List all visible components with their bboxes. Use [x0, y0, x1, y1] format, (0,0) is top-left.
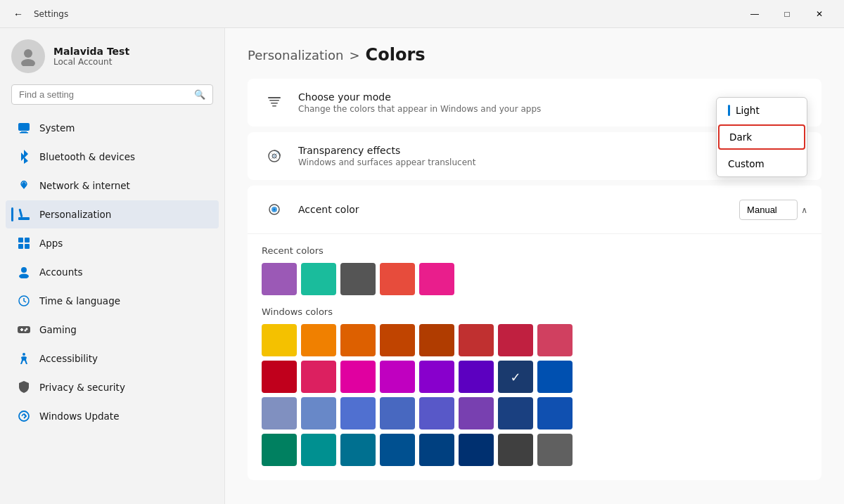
sidebar-item-bluetooth[interactable]: Bluetooth & devices [6, 143, 219, 171]
windows-color-swatch[interactable] [340, 324, 376, 356]
maximize-button[interactable]: □ [771, 3, 803, 25]
light-indicator [728, 105, 730, 116]
windows-color-swatch[interactable] [498, 434, 533, 466]
sidebar-item-privacy[interactable]: Privacy & security [6, 373, 219, 401]
mode-option-custom[interactable]: Custom [717, 151, 807, 176]
sidebar-item-windowsupdate[interactable]: Windows Update [6, 402, 219, 430]
windows-color-swatch[interactable] [498, 361, 533, 393]
recent-color-swatch[interactable] [262, 263, 297, 295]
windows-colors-grid [262, 324, 807, 466]
minimize-button[interactable]: — [738, 3, 771, 25]
sidebar-item-accounts[interactable]: Accounts [6, 258, 219, 286]
sidebar-item-bluetooth-label: Bluetooth & devices [39, 151, 135, 162]
svg-rect-21 [268, 97, 281, 98]
windows-color-swatch[interactable] [459, 434, 494, 466]
sidebar-item-personalization-label: Personalization [39, 209, 111, 220]
sidebar-item-gaming[interactable]: Gaming [6, 316, 219, 344]
mode-dropdown-popup: Light Dark Custom [716, 97, 807, 177]
breadcrumb: Personalization > Colors [248, 45, 821, 65]
recent-color-swatch[interactable] [419, 263, 454, 295]
sidebar-item-windowsupdate-label: Windows Update [39, 411, 119, 422]
search-box[interactable]: 🔍 [11, 84, 213, 105]
windows-color-swatch[interactable] [419, 324, 454, 356]
window-controls: — □ ✕ [738, 3, 836, 25]
windows-color-swatch[interactable] [301, 397, 336, 429]
avatar [11, 39, 45, 73]
accent-color-dropdown[interactable]: Manual [739, 200, 798, 220]
choose-mode-section: Choose your mode Change the colors that … [248, 79, 821, 127]
svg-rect-14 [18, 326, 30, 333]
mode-option-dark[interactable]: Dark [718, 124, 805, 150]
windows-color-swatch[interactable] [537, 361, 573, 393]
sidebar-item-privacy-label: Privacy & security [39, 382, 125, 393]
windows-color-swatch[interactable] [262, 361, 297, 393]
network-icon [17, 179, 31, 193]
user-account-type: Local Account [53, 57, 129, 67]
windows-color-row [262, 361, 807, 393]
choose-mode-icon [262, 90, 287, 115]
windows-color-swatch[interactable] [498, 324, 533, 356]
windows-color-swatch[interactable] [380, 434, 415, 466]
sidebar-item-time-label: Time & language [39, 295, 120, 306]
windows-color-swatch[interactable] [380, 361, 415, 393]
system-icon [17, 121, 31, 135]
sidebar-item-personalization[interactable]: Personalization [6, 200, 219, 228]
accent-icon [262, 197, 287, 222]
windows-color-swatch[interactable] [380, 397, 415, 429]
sidebar-item-apps[interactable]: Apps [6, 229, 219, 257]
windows-color-swatch[interactable] [301, 361, 336, 393]
mode-option-light[interactable]: Light [717, 98, 807, 123]
svg-point-20 [19, 411, 29, 421]
windows-color-swatch[interactable] [459, 397, 494, 429]
time-icon [17, 294, 31, 308]
windows-color-swatch[interactable] [537, 324, 573, 356]
windows-color-swatch[interactable] [301, 434, 336, 466]
recent-color-swatch[interactable] [340, 263, 376, 295]
sidebar-item-network-label: Network & internet [39, 180, 130, 191]
svg-rect-6 [18, 209, 23, 217]
sidebar-item-accessibility-label: Accessibility [39, 353, 98, 364]
svg-rect-23 [271, 103, 278, 104]
windows-color-swatch[interactable] [419, 434, 454, 466]
windows-colors-label: Windows colors [262, 306, 807, 317]
windows-color-swatch[interactable] [459, 324, 494, 356]
windows-color-swatch[interactable] [419, 361, 454, 393]
windows-color-swatch[interactable] [537, 434, 573, 466]
windows-color-swatch[interactable] [262, 397, 297, 429]
accent-color-section: Accent color Manual Recent colors Wind [248, 186, 821, 480]
windows-color-swatch[interactable] [537, 397, 573, 429]
sidebar-item-accessibility[interactable]: Accessibility [6, 344, 219, 373]
windows-color-swatch[interactable] [498, 397, 533, 429]
windows-color-swatch[interactable] [262, 324, 297, 356]
close-button[interactable]: ✕ [803, 3, 836, 25]
svg-point-12 [19, 274, 29, 279]
windows-color-swatch[interactable] [380, 324, 415, 356]
svg-rect-9 [18, 244, 23, 249]
windows-color-swatch[interactable] [340, 397, 376, 429]
svg-point-18 [25, 330, 27, 332]
windows-color-swatch[interactable] [340, 361, 376, 393]
windows-color-swatch[interactable] [459, 361, 494, 393]
recent-color-swatch[interactable] [380, 263, 415, 295]
active-indicator [11, 207, 13, 221]
windows-color-swatch[interactable] [262, 434, 297, 466]
windows-color-row [262, 324, 807, 356]
svg-rect-5 [18, 217, 30, 220]
recent-color-swatch[interactable] [301, 263, 336, 295]
search-icon: 🔍 [194, 89, 205, 100]
windows-color-swatch[interactable] [301, 324, 336, 356]
sidebar-item-time[interactable]: Time & language [6, 287, 219, 315]
transparency-icon [262, 143, 287, 169]
windows-color-swatch[interactable] [419, 397, 454, 429]
sidebar-item-system[interactable]: System [6, 114, 219, 142]
back-button[interactable]: ← [8, 4, 28, 24]
accent-title: Accent color [298, 204, 739, 215]
accent-control: Manual [739, 200, 807, 220]
windows-color-swatch[interactable] [340, 434, 376, 466]
windows-color-row [262, 397, 807, 429]
user-name: Malavida Test [53, 46, 129, 57]
windowsupdate-icon [17, 409, 31, 423]
sidebar-item-network[interactable]: Network & internet [6, 172, 219, 200]
recent-colors-grid [262, 263, 807, 295]
search-input[interactable] [19, 89, 188, 100]
